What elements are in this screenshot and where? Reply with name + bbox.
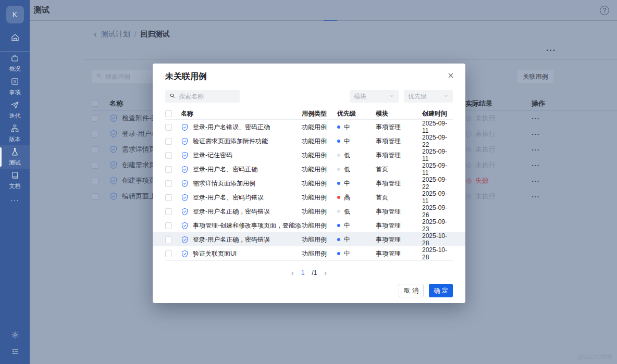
case-module: 首页: [376, 165, 422, 174]
modal-table-row[interactable]: 事项管理-创建和修改事项页面，要能添... 功能用例 中 事项管理 2025-0…: [165, 218, 453, 232]
priority-dot: [337, 140, 340, 143]
priority-dot: [337, 238, 340, 241]
case-created: 2025-09-11: [422, 148, 453, 162]
case-created: 2025-09-11: [422, 190, 453, 205]
row-checkbox[interactable]: [165, 124, 172, 131]
case-created: 2025-09-22: [422, 176, 453, 191]
case-name: 登录-用户名、密码正确: [193, 165, 257, 174]
case-type: 功能用例: [302, 249, 337, 258]
case-priority: 中: [337, 249, 376, 258]
priority-dot: [337, 125, 340, 129]
row-checkbox[interactable]: [165, 180, 172, 187]
app-root: K 概况 事项 迭代 版本 测试 文档 ···: [0, 0, 617, 364]
priority-dot: [337, 168, 340, 171]
case-created: 2025-09-11: [422, 120, 453, 134]
case-priority: 中: [337, 235, 376, 244]
priority-dot: [337, 252, 340, 255]
testcase-shield-icon: [181, 180, 189, 187]
priority-dot: [337, 154, 340, 157]
col-created: 创建时间: [422, 109, 453, 118]
case-name: 登录-用户名正确，密码错误: [193, 207, 270, 216]
prev-page-icon[interactable]: ‹: [291, 270, 294, 276]
row-checkbox[interactable]: [165, 236, 172, 243]
case-priority: 中: [337, 221, 376, 230]
case-created: 2025-09-22: [422, 134, 453, 148]
testcase-shield-icon: [181, 236, 189, 244]
chevron-down-icon: [443, 93, 449, 100]
case-created: 2025-10-28: [422, 232, 453, 247]
case-priority: 低: [337, 207, 376, 216]
case-module: 事项管理: [376, 207, 422, 216]
modal-table-row[interactable]: 需求详情页面添加用例 功能用例 中 事项管理 2025-09-22: [165, 176, 453, 190]
row-checkbox[interactable]: [165, 208, 172, 215]
modal-case-table: 名称 用例类型 优先级 模块 创建时间 登录-用户名错误、密码正确 功能用例 中…: [165, 109, 453, 261]
testcase-shield-icon: [181, 222, 189, 230]
case-name: 登录-用户名正确，密码错误: [193, 235, 270, 244]
case-type: 功能用例: [302, 137, 337, 146]
testcase-shield-icon: [181, 208, 189, 216]
case-priority: 中: [337, 123, 376, 132]
cancel-button[interactable]: 取 消: [399, 284, 424, 297]
current-page[interactable]: 1: [301, 269, 305, 277]
row-checkbox[interactable]: [165, 194, 172, 201]
case-type: 功能用例: [302, 123, 337, 132]
priority-filter-select[interactable]: 优先级: [404, 90, 453, 103]
case-created: 2025-09-11: [422, 162, 453, 177]
case-name: 验证关联页面UI: [193, 249, 237, 258]
case-type: 功能用例: [302, 179, 337, 188]
row-checkbox[interactable]: [165, 138, 172, 145]
modal-table-body: 登录-用户名错误、密码正确 功能用例 中 事项管理 2025-09-11 验证需…: [165, 120, 453, 261]
unlinked-cases-modal: 未关联用例 模块 优先级: [153, 64, 465, 303]
modal-table-row[interactable]: 验证关联页面UI 功能用例 中 事项管理 2025-10-28: [165, 246, 453, 260]
case-module: 事项管理: [376, 221, 422, 230]
case-type: 功能用例: [302, 221, 337, 230]
testcase-shield-icon: [181, 152, 189, 159]
modal-title: 未关联用例: [165, 71, 207, 82]
module-filter-select[interactable]: 模块: [350, 90, 399, 103]
case-name: 登录-用户名、密码均错误: [193, 193, 264, 202]
case-module: 事项管理: [376, 235, 422, 244]
row-checkbox[interactable]: [165, 166, 172, 173]
testcase-shield-icon: [181, 137, 189, 145]
row-checkbox[interactable]: [165, 152, 172, 159]
case-type: 功能用例: [302, 165, 337, 174]
modal-table-row[interactable]: 登录-用户名、密码正确 功能用例 低 首页 2025-09-11: [165, 162, 453, 176]
modal-search-box[interactable]: [165, 90, 240, 103]
col-name: 名称: [181, 109, 302, 118]
modal-search-input[interactable]: [179, 93, 236, 100]
row-checkbox[interactable]: [165, 222, 172, 229]
case-priority: 中: [337, 137, 376, 146]
row-checkbox[interactable]: [165, 250, 172, 257]
case-module: 首页: [376, 193, 422, 202]
priority-dot: [337, 196, 340, 199]
case-name: 登录-用户名错误、密码正确: [193, 123, 270, 132]
case-module: 事项管理: [376, 151, 422, 160]
module-filter-label: 模块: [354, 92, 366, 101]
case-name: 登录-记住密码: [193, 151, 232, 160]
modal-table-row[interactable]: 登录-记住密码 功能用例 低 事项管理 2025-09-11: [165, 148, 453, 162]
case-priority: 低: [337, 165, 376, 174]
case-type: 功能用例: [302, 193, 337, 202]
modal-table-row[interactable]: 登录-用户名、密码均错误 功能用例 高 首页 2025-09-11: [165, 190, 453, 204]
modal-table-row[interactable]: 登录-用户名正确，密码错误 功能用例 低 事项管理 2025-09-26: [165, 204, 453, 218]
case-module: 事项管理: [376, 123, 422, 132]
confirm-button[interactable]: 确 定: [429, 284, 453, 297]
modal-select-all-checkbox[interactable]: [165, 110, 172, 117]
testcase-shield-icon: [181, 250, 189, 258]
modal-filters: 模块 优先级: [165, 90, 453, 103]
case-priority: 低: [337, 151, 376, 160]
pagination: ‹ 1 /1 ›: [153, 269, 465, 277]
modal-table-row[interactable]: 验证需求页面添加附件功能 功能用例 中 事项管理 2025-09-22: [165, 134, 453, 148]
modal-table-row[interactable]: 登录-用户名正确，密码错误 功能用例 中 事项管理 2025-10-28: [153, 232, 465, 246]
testcase-shield-icon: [181, 123, 189, 131]
search-icon: [169, 93, 176, 101]
total-pages: /1: [312, 269, 317, 277]
col-module: 模块: [376, 109, 422, 118]
case-name: 事项管理-创建和修改事项页面，要能添...: [193, 221, 302, 230]
case-created: 2025-09-23: [422, 218, 453, 233]
close-icon[interactable]: [447, 71, 455, 80]
case-type: 功能用例: [302, 235, 337, 244]
priority-filter-label: 优先级: [408, 92, 427, 101]
modal-table-row[interactable]: 登录-用户名错误、密码正确 功能用例 中 事项管理 2025-09-11: [165, 120, 453, 134]
next-page-icon[interactable]: ›: [324, 270, 327, 276]
